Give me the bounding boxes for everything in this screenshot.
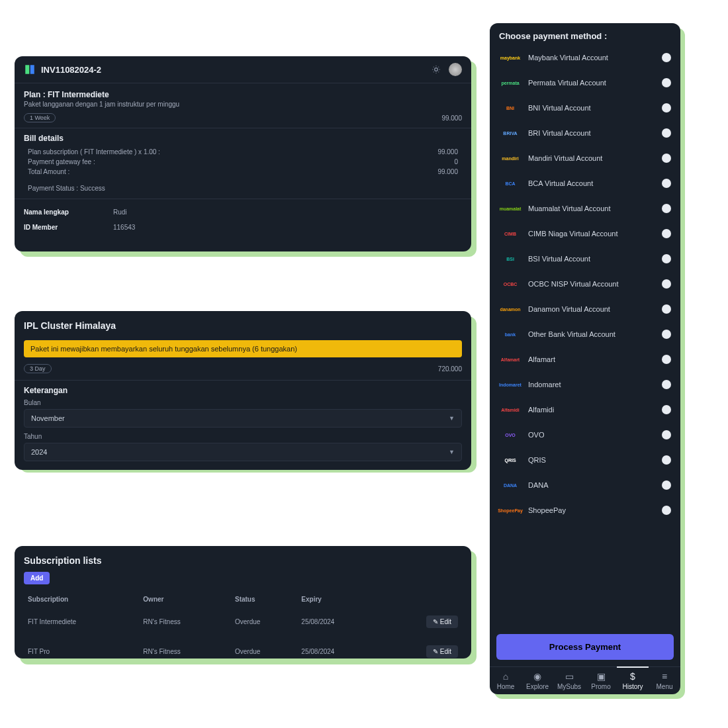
nav-history[interactable]: $History [617,666,649,690]
bank-logo-icon: BNI [499,103,522,113]
ipl-title: IPL Cluster Himalaya [24,320,462,331]
bank-name: Alfamidi [528,406,662,414]
payment-method-item[interactable]: BCABCA Virtual Account [490,171,680,196]
edit-button[interactable]: ✎ Edit [426,615,458,628]
bottom-nav: ⌂Home◉Explore▭MySubs▣Promo$History≡Menu [490,666,680,694]
invoice-panel: INV11082024-2 Plan : FIT Intermediete Pa… [15,56,471,251]
payment-method-item[interactable]: OVOOVO [490,422,680,447]
nav-explore[interactable]: ◉Explore [522,671,553,690]
nav-icon: ▣ [585,671,617,682]
radio-button[interactable] [662,506,671,515]
bank-logo-icon: danamon [499,304,522,314]
payment-method-item[interactable]: danamonDanamon Virtual Account [490,296,680,322]
bank-name: Alfamart [528,355,662,363]
radio-button[interactable] [662,128,671,138]
radio-button[interactable] [662,204,671,213]
radio-button[interactable] [662,279,671,289]
payment-method-item[interactable]: permataPermata Virtual Account [490,70,680,95]
bank-name: BNI Virtual Account [528,104,662,112]
table-row: FIT IntermedieteRN's FitnessOverdue25/08… [25,608,461,636]
edit-button[interactable]: ✎ Edit [426,645,458,658]
payment-method-item[interactable]: mandiriMandiri Virtual Account [490,146,680,171]
plan-amount: 99.000 [441,114,462,122]
nav-home[interactable]: ⌂Home [490,671,522,690]
radio-button[interactable] [662,103,671,113]
theme-toggle-icon[interactable] [432,65,441,74]
bank-logo-icon: DANA [499,480,522,490]
bank-name: CIMB Niaga Virtual Account [528,230,662,238]
chevron-down-icon: ▼ [449,415,455,422]
month-select[interactable]: November▼ [24,409,462,428]
bank-logo-icon: Alfamidi [499,405,522,414]
payment-method-item[interactable]: BNIBNI Virtual Account [490,95,680,120]
year-select[interactable]: 2024▼ [24,443,462,461]
bank-name: DANA [528,481,662,489]
bank-name: QRIS [528,456,662,464]
nav-promo[interactable]: ▣Promo [585,671,617,690]
avatar[interactable] [449,63,462,76]
payment-status: Payment Status : Success [28,185,105,192]
bank-logo-icon: permata [499,78,522,87]
nav-icon: ◉ [522,671,553,682]
bank-name: Mandiri Virtual Account [528,154,662,162]
payment-method-item[interactable]: AlfamidiAlfamidi [490,397,680,422]
radio-button[interactable] [662,455,671,465]
radio-button[interactable] [662,53,671,62]
app-logo-icon [24,64,36,75]
radio-button[interactable] [662,154,671,163]
bank-name: ShopeePay [528,506,662,514]
subscription-title: Subscription lists [24,555,462,566]
radio-button[interactable] [662,355,671,364]
radio-button[interactable] [662,430,671,439]
svg-point-0 [435,68,438,71]
alert-banner: Paket ini mewajibkan membayarkan seluruh… [24,340,462,357]
bank-name: BRI Virtual Account [528,129,662,137]
radio-button[interactable] [662,480,671,490]
bank-logo-icon: BRIVA [499,128,522,138]
bank-logo-icon: muamalat [499,204,522,213]
radio-button[interactable] [662,254,671,263]
radio-button[interactable] [662,304,671,314]
payment-method-item[interactable]: OCBCOCBC NISP Virtual Account [490,271,680,296]
payment-method-item[interactable]: CIMBCIMB Niaga Virtual Account [490,221,680,246]
payment-method-item[interactable]: DANADANA [490,473,680,498]
nav-menu[interactable]: ≡Menu [649,671,680,690]
plan-desc: Paket langganan dengan 1 jam instruktur … [24,101,462,108]
keterangan-title: Keterangan [24,386,462,395]
invoice-number: INV11082024-2 [41,65,432,75]
subscription-table: Subscription Owner Status Expiry FIT Int… [24,591,462,667]
bank-logo-icon: Indomaret [499,380,522,389]
table-row: FIT ProRN's FitnessOverdue25/08/2024✎ Ed… [25,637,461,666]
radio-button[interactable] [662,78,671,87]
bank-name: BCA Virtual Account [528,179,662,187]
payment-method-item[interactable]: QRISQRIS [490,447,680,473]
payment-method-item[interactable]: BSIBSI Virtual Account [490,246,680,271]
payment-method-item[interactable]: ShopeePayShopeePay [490,498,680,523]
radio-button[interactable] [662,229,671,238]
bank-logo-icon: OVO [499,430,522,439]
radio-button[interactable] [662,405,671,414]
duration-chip: 1 Week [24,113,56,122]
process-payment-button[interactable]: Process Payment [496,634,674,660]
bank-name: Other Bank Virtual Account [528,330,662,338]
payment-method-item[interactable]: muamalatMuamalat Virtual Account [490,196,680,221]
add-button[interactable]: Add [24,572,50,584]
nav-icon: ≡ [649,671,680,682]
pencil-icon: ✎ [433,648,438,655]
radio-button[interactable] [662,330,671,339]
payment-method-item[interactable]: AlfamartAlfamart [490,347,680,372]
bank-logo-icon: bank [499,330,522,339]
ipl-duration-chip: 3 Day [24,364,52,373]
subscription-panel: Subscription lists Add Subscription Owne… [15,546,471,659]
payment-method-item[interactable]: bankOther Bank Virtual Account [490,322,680,347]
payment-method-item[interactable]: maybankMaybank Virtual Account [490,45,680,70]
radio-button[interactable] [662,380,671,389]
payment-method-item[interactable]: BRIVABRI Virtual Account [490,120,680,146]
nav-icon: ▭ [553,671,585,682]
payment-method-item[interactable]: IndomaretIndomaret [490,372,680,397]
radio-button[interactable] [662,179,671,188]
nav-mysubs[interactable]: ▭MySubs [553,671,585,690]
chevron-down-icon: ▼ [449,449,455,455]
bank-name: BSI Virtual Account [528,255,662,263]
bank-logo-icon: mandiri [499,154,522,163]
